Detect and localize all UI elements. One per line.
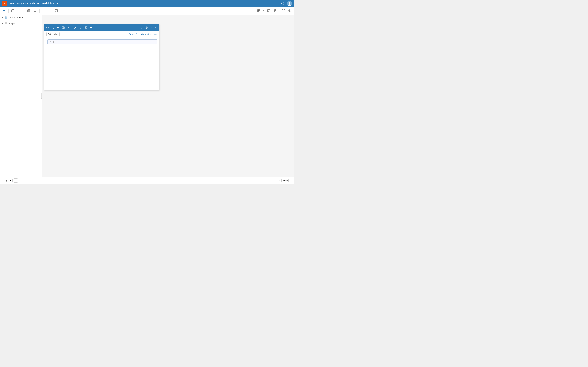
svg-rect-19: [56, 10, 57, 10]
sidebar-item-label-counties: USA_Counties: [9, 16, 23, 19]
view-mode-button[interactable]: [256, 8, 262, 13]
sidebar: ▶ USA_Counties ▶: [0, 15, 42, 177]
svg-rect-27: [274, 10, 275, 12]
bottom-bar: Page 1 ▾ + − 100% +: [0, 177, 294, 184]
view-dropdown-button[interactable]: ▾: [262, 8, 265, 13]
svg-rect-22: [259, 10, 260, 11]
svg-rect-21: [258, 10, 259, 11]
nb-expand-button[interactable]: [51, 25, 55, 30]
sidebar-item-usa-counties[interactable]: ▶ USA_Counties: [0, 15, 42, 20]
save-button[interactable]: [53, 8, 59, 13]
add-button[interactable]: +: [1, 8, 7, 13]
page-selector[interactable]: Page 1 ▾: [2, 179, 13, 182]
zoom-level: 100%: [282, 179, 288, 182]
undo-button[interactable]: [41, 8, 47, 13]
map-view-button[interactable]: [266, 8, 271, 13]
svg-marker-40: [57, 27, 59, 28]
svg-rect-10: [19, 10, 19, 12]
cell-content: In[]: [47, 40, 157, 44]
svg-rect-7: [12, 10, 14, 12]
svg-rect-28: [275, 10, 276, 11]
split-view-button[interactable]: [272, 8, 278, 13]
nb-runall-button[interactable]: [89, 25, 94, 30]
topbar-icons: ?: [280, 1, 292, 6]
chart-button[interactable]: [16, 8, 22, 13]
svg-rect-32: [5, 16, 7, 18]
svg-rect-29: [275, 11, 276, 12]
kernel-label: Python 3: [48, 33, 57, 35]
nb-help-button[interactable]: ?: [144, 25, 148, 30]
notebook-cell-1: In[]: [46, 40, 157, 44]
zoom-controls: − 100% +: [278, 179, 292, 183]
svg-rect-9: [18, 11, 18, 12]
nb-refresh-button[interactable]: [139, 25, 143, 30]
separator-2: [39, 9, 40, 13]
svg-rect-24: [259, 11, 260, 12]
nb-restart-button[interactable]: [45, 25, 50, 30]
expand-arrow-scripts: ▶: [2, 22, 3, 24]
main-toolbar: + ▾: [0, 7, 294, 15]
nb-sep-1: [72, 26, 72, 29]
svg-rect-20: [55, 11, 57, 12]
copy-button[interactable]: [32, 8, 38, 13]
select-all-link[interactable]: Select All: [129, 33, 138, 35]
toolbar-right: ▾: [256, 8, 293, 13]
page-dropdown-arrow: ▾: [10, 179, 11, 182]
svg-rect-25: [268, 10, 270, 12]
svg-marker-52: [91, 27, 92, 28]
nb-run-button[interactable]: [56, 25, 60, 30]
cell-prompt: In[]: [49, 41, 54, 43]
app-logo[interactable]: i: [2, 1, 7, 6]
clear-selection-link[interactable]: Clear Selection: [141, 33, 157, 35]
separator-3: [279, 9, 279, 13]
chart-dropdown-button[interactable]: ▾: [23, 8, 25, 13]
zoom-in-button[interactable]: +: [288, 179, 292, 183]
page-view-button[interactable]: [10, 8, 16, 13]
notebook-toolbar: ? − ✕: [44, 25, 159, 31]
svg-text:i: i: [4, 2, 5, 5]
app-title: ArcGIS Insights at Scale with Databricks…: [9, 2, 280, 5]
nb-export-button[interactable]: [66, 25, 71, 30]
page-label: Page 1: [3, 179, 10, 182]
add-page-button[interactable]: +: [14, 178, 18, 183]
nb-addcell-button[interactable]: [84, 25, 88, 30]
svg-rect-17: [34, 10, 36, 12]
cell-input-area: In[]: [48, 40, 157, 44]
zoom-out-button[interactable]: −: [278, 179, 282, 183]
notebook-body: In[]: [44, 38, 159, 90]
svg-text:?: ?: [282, 2, 284, 5]
scripts-icon: [5, 22, 7, 25]
nb-delete-button[interactable]: [78, 25, 83, 30]
svg-rect-42: [63, 26, 64, 27]
nb-minimize-button[interactable]: −: [149, 26, 153, 30]
svg-text:?: ?: [146, 27, 147, 29]
user-avatar[interactable]: [287, 1, 292, 6]
sidebar-item-scripts[interactable]: ▶ Scripts: [0, 20, 42, 26]
header-divider: |: [139, 33, 140, 35]
main-layout: ▶ USA_Counties ▶: [0, 15, 294, 177]
nb-close-button[interactable]: ✕: [154, 26, 158, 30]
kernel-dropdown-arrow: ▾: [57, 33, 59, 35]
svg-rect-23: [258, 11, 259, 12]
cell-active-indicator: [46, 40, 46, 44]
svg-rect-43: [63, 28, 64, 28]
dataset-icon: [5, 16, 7, 19]
svg-point-5: [289, 2, 290, 4]
nb-cut-button[interactable]: [73, 25, 78, 30]
sidebar-item-label-scripts: Scripts: [9, 22, 15, 25]
cell-editor[interactable]: [55, 41, 156, 43]
help-icon[interactable]: ?: [280, 1, 285, 6]
notebook-header: Python 3 ▾ Select All | Clear Selection: [44, 31, 159, 38]
redo-button[interactable]: [47, 8, 53, 13]
kernel-selector[interactable]: Python 3 ▾: [46, 32, 60, 36]
notebook-widget: ? − ✕ Python 3 ▾ Select All | Clear Sele…: [44, 24, 159, 90]
expand-arrow-counties: ▶: [2, 17, 3, 18]
svg-rect-12: [28, 10, 30, 12]
link-button[interactable]: [287, 8, 293, 13]
table-button[interactable]: [26, 8, 32, 13]
nb-save-button[interactable]: [61, 25, 66, 30]
svg-rect-11: [20, 10, 20, 12]
fullscreen-button[interactable]: [281, 8, 286, 13]
svg-point-26: [268, 10, 269, 12]
header-links: Select All | Clear Selection: [129, 33, 157, 35]
